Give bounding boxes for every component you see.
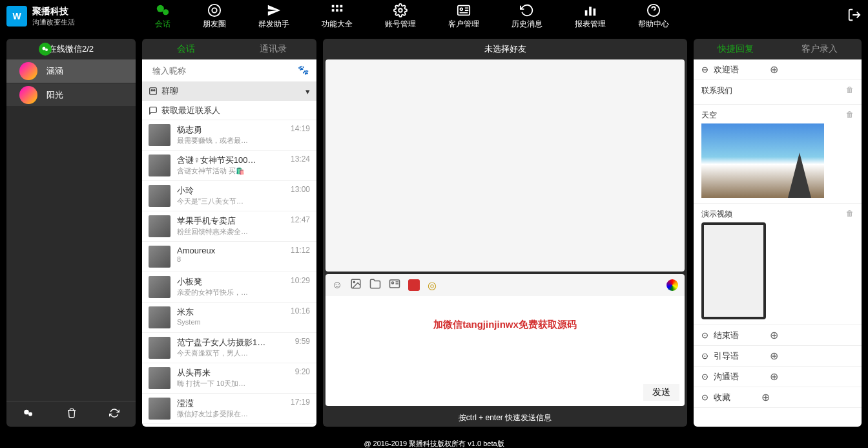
folder-icon[interactable]: [369, 278, 381, 292]
chat-item[interactable]: Amoureux811:12: [142, 242, 316, 272]
add-icon[interactable]: ⊕: [770, 329, 778, 341]
logo-title: 聚播科技: [32, 6, 75, 17]
nav-7[interactable]: 报表管理: [575, 3, 606, 30]
search-input[interactable]: [147, 63, 311, 78]
chevron-down-icon: ⊖: [701, 65, 708, 74]
section-favorites[interactable]: ⊙ 收藏 ⊕: [694, 387, 862, 408]
chat-item[interactable]: 小板凳亲爱的女神节快乐，…10:29: [142, 272, 316, 303]
svg-rect-13: [585, 10, 588, 16]
message-input-area[interactable]: 加微信tangjinjinwx免费获取源码 发送: [326, 296, 685, 406]
chevron-right-icon: ⊙: [701, 372, 708, 381]
tab-contacts[interactable]: 通讯录: [229, 39, 316, 59]
conversation-header: 未选择好友: [323, 39, 687, 59]
chevron-right-icon: ⊙: [701, 392, 708, 402]
logout-button[interactable]: [847, 8, 862, 25]
top-nav: W 聚播科技 沟通改变生活 会话朋友圈群发助手功能大全账号管理客户管理历史消息报…: [0, 0, 868, 32]
add-icon[interactable]: ⊕: [770, 370, 778, 383]
reply-item-contact[interactable]: 联系我们 🗑: [694, 80, 862, 105]
chat-item[interactable]: 米东System10:16: [142, 303, 316, 333]
chat-item[interactable]: 从头再来嗨 打扰一下 10天加…9:20: [142, 363, 316, 394]
chat-item[interactable]: 小玲今天是"三八美女节…13:00: [142, 181, 316, 211]
refresh-icon[interactable]: [109, 408, 119, 421]
nav-5[interactable]: 客户管理: [448, 3, 479, 30]
svg-point-23: [154, 90, 155, 91]
chat-list-panel: 会话 通讯录 🐾 群聊 ▾ 获取最近联系人 杨志勇最需要赚钱，或者最…14:19…: [142, 39, 316, 427]
add-icon[interactable]: ⊕: [770, 63, 778, 76]
color-picker-icon[interactable]: [666, 279, 678, 291]
section-talk[interactable]: ⊙ 沟通语 ⊕: [694, 367, 862, 387]
svg-point-17: [43, 47, 46, 50]
nav-8[interactable]: 帮助中心: [638, 3, 669, 30]
wechat-icon: [39, 43, 52, 56]
reply-video-thumbnail: [701, 222, 766, 319]
chat-item[interactable]: 生活帮♡滨州数码(…: [142, 424, 316, 427]
svg-point-12: [460, 8, 463, 10]
nav-4[interactable]: 账号管理: [385, 3, 416, 30]
account-item[interactable]: 阳光: [6, 83, 136, 106]
nav-2[interactable]: 群发助手: [258, 3, 289, 30]
send-button[interactable]: 发送: [643, 384, 679, 401]
recent-contacts-header[interactable]: 获取最近联系人: [142, 101, 316, 120]
svg-point-1: [163, 9, 169, 15]
group-chat-header[interactable]: 群聊 ▾: [142, 81, 316, 101]
accounts-panel: 在线微信2/2 涵涵阳光: [6, 39, 136, 427]
svg-point-20: [28, 412, 32, 416]
trash-icon[interactable]: 🗑: [846, 85, 854, 96]
trash-icon[interactable]: 🗑: [846, 209, 854, 220]
account-item[interactable]: 涵涵: [6, 59, 136, 83]
chat-item[interactable]: 杨志勇最需要赚钱，或者最…14:19: [142, 120, 316, 151]
svg-rect-15: [594, 8, 596, 16]
svg-point-2: [209, 4, 220, 16]
svg-point-19: [24, 409, 29, 414]
svg-rect-5: [336, 5, 338, 7]
red-packet-icon[interactable]: [408, 279, 420, 291]
emoji-icon[interactable]: ☺: [332, 279, 342, 291]
svg-point-10: [398, 8, 402, 12]
section-closing[interactable]: ⊙ 结束语 ⊕: [694, 325, 862, 346]
message-toolbar: ☺ ◎: [326, 274, 685, 296]
section-welcome[interactable]: ⊖ 欢迎语 ⊕: [694, 59, 862, 80]
nav-0[interactable]: 会话: [155, 3, 170, 30]
svg-point-3: [212, 8, 216, 12]
trash-icon[interactable]: [67, 408, 77, 421]
tab-customer-entry[interactable]: 客户录入: [778, 39, 862, 59]
nav-3[interactable]: 功能大全: [322, 3, 353, 30]
section-guide[interactable]: ⊙ 引导语 ⊕: [694, 346, 862, 367]
wechat-add-icon[interactable]: [23, 407, 34, 421]
svg-rect-9: [340, 9, 343, 12]
reply-item-sky[interactable]: 天空 🗑: [694, 105, 862, 204]
reply-item-video[interactable]: 演示视频 🗑: [694, 204, 862, 325]
card-icon[interactable]: [389, 278, 400, 292]
logo-area: W 聚播科技 沟通改变生活: [6, 6, 136, 27]
chat-item[interactable]: 含谜♀女神节买100…含谜女神节活动 买🛍️13:24: [142, 151, 316, 181]
tab-conversations[interactable]: 会话: [142, 39, 229, 59]
svg-rect-7: [332, 9, 335, 12]
image-icon[interactable]: [350, 278, 362, 292]
nav-1[interactable]: 朋友圈: [203, 3, 226, 30]
trash-icon[interactable]: 🗑: [846, 110, 854, 121]
svg-point-18: [45, 48, 48, 51]
chat-item[interactable]: 范宁盘子女人坊摄影1…今天喜逢双节，男人…9:59: [142, 333, 316, 363]
add-icon[interactable]: ⊕: [761, 391, 770, 403]
chat-item[interactable]: 滢滢微信好友过多受限在…17:19: [142, 394, 316, 424]
chat-item[interactable]: 苹果手机专卖店粉丝回馈特惠来袭全…12:47: [142, 211, 316, 242]
reply-image-thumbnail: [701, 123, 824, 198]
watermark-text: 加微信tangjinjinwx免费获取源码: [433, 319, 577, 331]
add-icon[interactable]: ⊕: [770, 350, 778, 362]
svg-rect-21: [150, 88, 157, 95]
coin-icon[interactable]: ◎: [428, 279, 437, 292]
tab-quick-reply[interactable]: 快捷回复: [694, 39, 778, 59]
message-area: [326, 59, 685, 272]
shortcut-hint: 按ctrl + enter 快速发送信息: [323, 409, 687, 427]
svg-rect-4: [332, 5, 335, 7]
quick-reply-panel: 快捷回复 客户录入 ⊖ 欢迎语 ⊕ 联系我们 🗑 天空 🗑: [694, 39, 862, 427]
accounts-header: 在线微信2/2: [6, 39, 136, 59]
paw-icon[interactable]: 🐾: [298, 65, 309, 75]
logo-icon: W: [6, 6, 27, 27]
chevron-right-icon: ⊙: [701, 330, 708, 340]
chevron-right-icon: ⊙: [701, 351, 708, 361]
nav-6[interactable]: 历史消息: [512, 3, 542, 30]
conversation-panel: 未选择好友 ☺ ◎ 加微信tangjinjinwx免费获取源码 发送 按ctrl…: [323, 39, 687, 427]
svg-point-22: [151, 90, 152, 91]
svg-rect-8: [336, 9, 338, 12]
